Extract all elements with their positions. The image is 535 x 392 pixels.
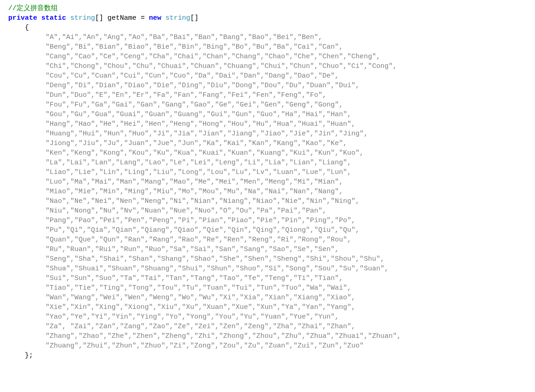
kw-static: static xyxy=(41,14,66,22)
open-brace: { xyxy=(8,24,29,32)
brackets: [] xyxy=(95,14,103,22)
kw-private: private xyxy=(8,14,37,22)
op-assign: = xyxy=(141,14,145,22)
close-brace: }; xyxy=(8,352,33,359)
code-block: //定义拼音数组 private static string[] getName… xyxy=(0,0,535,364)
code-comment: //定义拼音数组 xyxy=(8,5,58,12)
kw-new: new xyxy=(149,14,161,22)
type-string: string xyxy=(70,14,95,22)
var-name: getName xyxy=(107,14,136,22)
array-body: "A","Ai","An","Ang","Ao","Ba","Bai","Ban… xyxy=(8,34,401,350)
type-string-2: string xyxy=(165,14,190,22)
brackets-2: [] xyxy=(190,14,198,22)
